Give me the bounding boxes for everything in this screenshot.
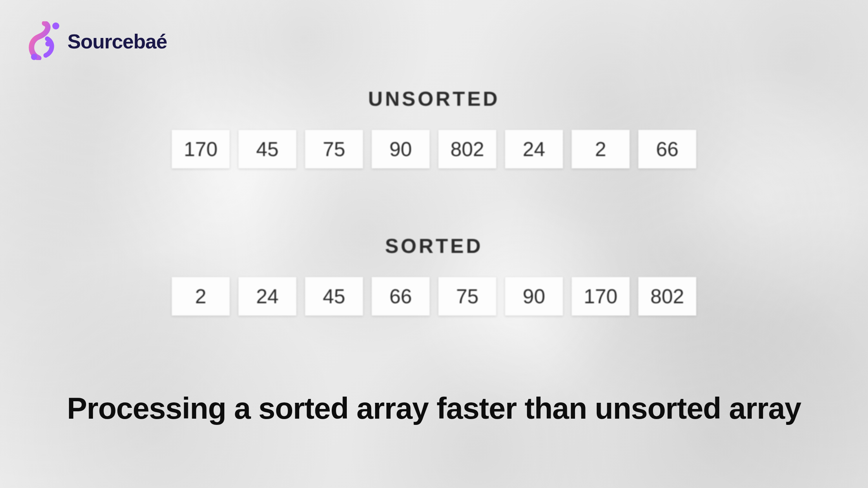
unsorted-label: UNSORTED: [368, 87, 500, 110]
unsorted-cell: 90: [372, 130, 430, 168]
unsorted-cell: 45: [238, 130, 296, 168]
unsorted-array-row: 170 45 75 90 802 24 2 66: [172, 130, 696, 168]
unsorted-cell: 24: [505, 130, 563, 168]
caption-text: Processing a sorted array faster than un…: [0, 391, 868, 426]
unsorted-cell: 2: [572, 130, 630, 168]
sorted-cell: 170: [572, 277, 630, 316]
sorted-cell: 2: [172, 277, 230, 316]
unsorted-cell: 75: [305, 130, 363, 168]
unsorted-cell: 802: [438, 130, 496, 168]
sorted-cell: 802: [638, 277, 696, 316]
unsorted-cell: 170: [172, 130, 230, 168]
sorted-cell: 90: [505, 277, 563, 316]
unsorted-cell: 66: [638, 130, 696, 168]
sorted-array-row: 2 24 45 66 75 90 170 802: [172, 277, 696, 316]
sorted-cell: 24: [238, 277, 296, 316]
sorted-cell: 66: [372, 277, 430, 316]
sorted-cell: 45: [305, 277, 363, 316]
sorted-cell: 75: [438, 277, 496, 316]
sorted-label: SORTED: [385, 234, 483, 258]
